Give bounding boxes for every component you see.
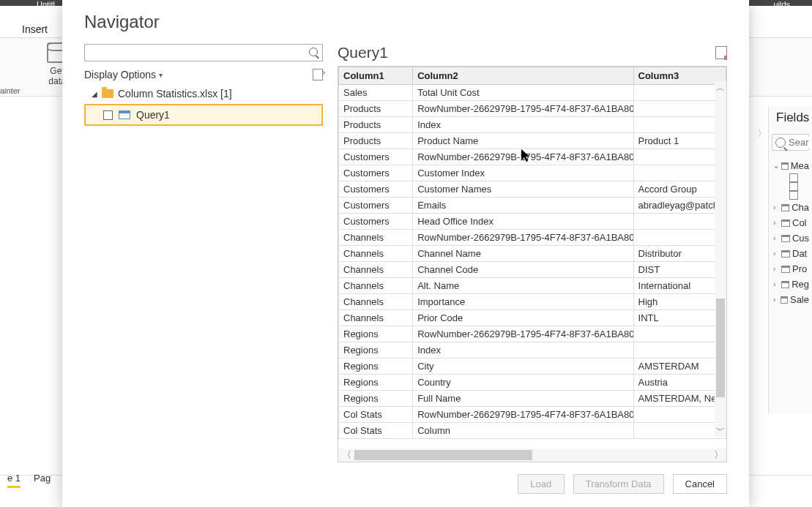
navigator-search[interactable]: [84, 44, 323, 61]
vertical-scrollbar[interactable]: ︿ ﹀: [715, 81, 726, 437]
table-cell[interactable]: RowNumber-2662979B-1795-4F74-8F37-6A1BA8…: [413, 101, 633, 117]
scroll-thumb[interactable]: [354, 450, 532, 460]
table-row[interactable]: CustomersRowNumber-2662979B-1795-4F74-8F…: [339, 149, 726, 165]
scroll-right-icon[interactable]: 〉: [710, 448, 726, 462]
fields-item[interactable]: ›Sale: [772, 292, 809, 307]
table-cell[interactable]: Products: [339, 133, 413, 149]
fields-item[interactable]: ›Cha: [772, 200, 809, 215]
table-row[interactable]: CustomersHead Office Index: [339, 214, 726, 230]
fields-subitem[interactable]: [772, 191, 809, 200]
table-cell[interactable]: Full Name: [413, 391, 633, 407]
table-cell[interactable]: Customers: [339, 149, 413, 165]
table-cell[interactable]: Customers: [339, 181, 413, 198]
table-row[interactable]: ProductsIndex: [339, 117, 726, 133]
table-cell[interactable]: Customers: [339, 214, 413, 230]
page-tab-1[interactable]: e 1: [7, 473, 21, 488]
table-row[interactable]: RegionsRowNumber-2662979B-1795-4F74-8F37…: [339, 326, 726, 342]
scroll-left-icon[interactable]: 〈: [338, 448, 354, 462]
table-cell[interactable]: INTL: [633, 310, 726, 326]
table-cell[interactable]: Regions: [339, 358, 413, 375]
table-cell[interactable]: [633, 407, 726, 423]
search-icon[interactable]: [309, 48, 319, 58]
table-cell[interactable]: City: [413, 358, 633, 375]
chevron-right-icon[interactable]: ›: [773, 265, 779, 273]
transform-data-button[interactable]: Transform Data: [573, 474, 664, 494]
table-row[interactable]: RegionsIndex: [339, 342, 726, 358]
table-cell[interactable]: [633, 326, 726, 342]
table-cell[interactable]: Distributor: [633, 246, 726, 262]
table-cell[interactable]: High: [633, 294, 726, 310]
table-cell[interactable]: Customers: [339, 165, 413, 181]
table-cell[interactable]: [633, 230, 726, 246]
table-cell[interactable]: Alt. Name: [413, 278, 633, 294]
chevron-down-icon[interactable]: ⌄: [773, 162, 779, 170]
fields-item[interactable]: ›Pro: [772, 261, 809, 277]
page-tab-2[interactable]: Pag: [34, 473, 51, 488]
chevron-right-icon[interactable]: ›: [773, 249, 779, 258]
table-cell[interactable]: Channels: [339, 294, 413, 310]
checkbox[interactable]: [789, 191, 798, 200]
table-cell[interactable]: Customers: [339, 198, 413, 214]
display-options-dropdown[interactable]: Display Options ▾: [84, 69, 163, 80]
table-cell[interactable]: RowNumber-2662979B-1795-4F74-8F37-6A1BA8…: [413, 230, 633, 246]
navigator-search-input[interactable]: [88, 48, 309, 59]
table-row[interactable]: ChannelsRowNumber-2662979B-1795-4F74-8F3…: [339, 230, 726, 246]
table-cell[interactable]: [633, 149, 726, 165]
chevron-right-icon[interactable]: ›: [773, 280, 779, 288]
table-cell[interactable]: Emails: [413, 198, 633, 214]
table-row[interactable]: ProductsProduct NameProduct 1: [339, 133, 726, 149]
table-cell[interactable]: Index: [413, 342, 633, 358]
fields-item[interactable]: ›Cus: [772, 230, 809, 246]
table-cell[interactable]: [633, 101, 726, 117]
column-header[interactable]: Column3: [633, 67, 726, 85]
table-cell[interactable]: Col Stats: [339, 423, 413, 439]
tree-file-node[interactable]: ◢ Column Statistics.xlsx [1]: [84, 85, 323, 102]
column-header[interactable]: Column1: [339, 67, 413, 85]
checkbox[interactable]: [789, 182, 798, 191]
table-cell[interactable]: Total Unit Cost: [413, 85, 633, 101]
fields-subitem[interactable]: [772, 182, 809, 191]
table-row[interactable]: RegionsCityAMSTERDAM: [339, 358, 726, 375]
table-cell[interactable]: [633, 85, 726, 101]
refresh-icon[interactable]: [313, 69, 323, 80]
table-row[interactable]: ChannelsChannel NameDistributor: [339, 246, 726, 262]
table-row[interactable]: Col StatsRowNumber-2662979B-1795-4F74-8F…: [339, 407, 726, 423]
tree-query-node[interactable]: Query1: [84, 104, 323, 126]
chevron-right-icon[interactable]: ›: [773, 234, 779, 242]
table-cell[interactable]: AMSTERDAM, Netherl: [633, 391, 726, 407]
table-cell[interactable]: RowNumber-2662979B-1795-4F74-8F37-6A1BA8…: [413, 149, 633, 165]
chevron-right-icon[interactable]: ›: [773, 296, 778, 304]
table-cell[interactable]: Regions: [339, 375, 413, 391]
table-cell[interactable]: Products: [339, 117, 413, 133]
table-cell[interactable]: Channel Code: [413, 262, 633, 278]
table-cell[interactable]: RowNumber-2662979B-1795-4F74-8F37-6A1BA8…: [413, 407, 633, 423]
table-cell[interactable]: Regions: [339, 391, 413, 407]
table-cell[interactable]: Products: [339, 101, 413, 117]
scroll-up-icon[interactable]: ︿: [715, 81, 726, 94]
table-cell[interactable]: Regions: [339, 342, 413, 358]
table-cell[interactable]: [633, 342, 726, 358]
table-cell[interactable]: Column: [413, 423, 633, 439]
scroll-down-icon[interactable]: ﹀: [715, 424, 726, 437]
table-cell[interactable]: Channels: [339, 246, 413, 262]
tree-checkbox[interactable]: [103, 110, 113, 120]
table-row[interactable]: CustomersEmailsabradleyag@patch.com: [339, 198, 726, 214]
table-cell[interactable]: [633, 214, 726, 230]
table-row[interactable]: ChannelsImportanceHigh: [339, 294, 726, 310]
table-row[interactable]: CustomersCustomer Index: [339, 165, 726, 181]
table-cell[interactable]: [633, 165, 726, 181]
table-cell[interactable]: Col Stats: [339, 407, 413, 423]
table-row[interactable]: RegionsCountryAustria: [339, 375, 726, 391]
table-cell[interactable]: RowNumber-2662979B-1795-4F74-8F37-6A1BA8…: [413, 326, 633, 342]
table-cell[interactable]: Channels: [339, 278, 413, 294]
table-cell[interactable]: Austria: [633, 375, 726, 391]
preview-options-icon[interactable]: [715, 46, 727, 59]
fields-search[interactable]: [772, 134, 809, 151]
fields-subitem[interactable]: [772, 173, 809, 182]
tab-insert[interactable]: Insert: [22, 23, 48, 35]
table-cell[interactable]: AMSTERDAM: [633, 358, 726, 375]
table-cell[interactable]: Customer Index: [413, 165, 633, 181]
table-cell[interactable]: Accord Group: [633, 181, 726, 198]
table-cell[interactable]: DIST: [633, 262, 726, 278]
table-cell[interactable]: Prior Code: [413, 310, 633, 326]
